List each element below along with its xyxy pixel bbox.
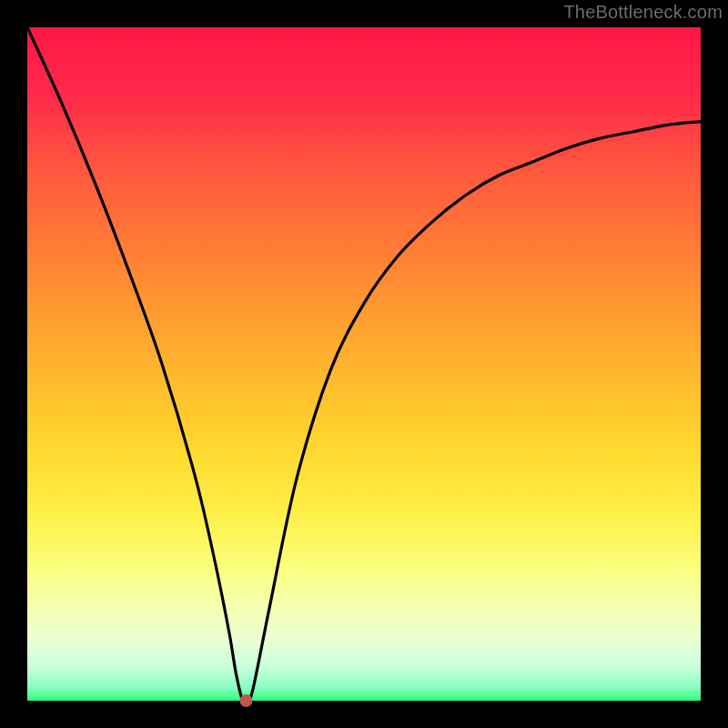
- minimum-marker: [240, 694, 253, 707]
- watermark-text: TheBottleneck.com: [563, 2, 723, 23]
- plot-area: [27, 27, 701, 701]
- curve-path: [27, 27, 701, 704]
- bottleneck-curve: [27, 27, 701, 701]
- chart-frame: TheBottleneck.com: [0, 0, 728, 728]
